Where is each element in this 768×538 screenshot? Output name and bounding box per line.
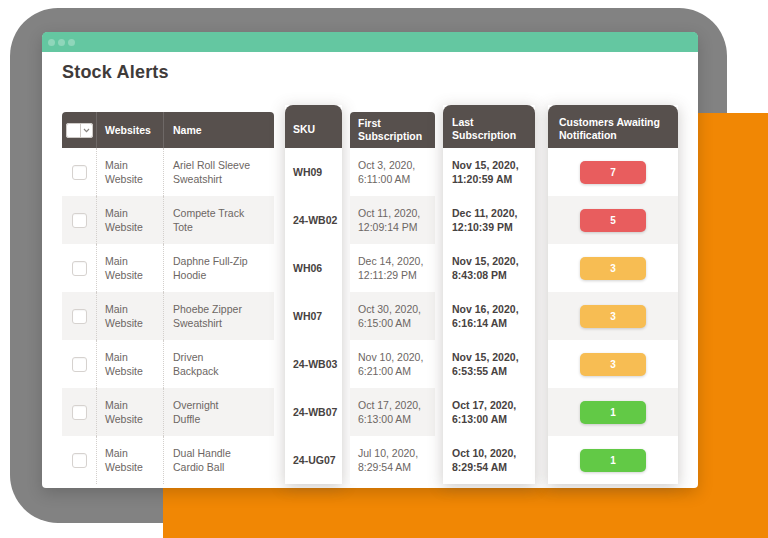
column-header-last-subscription[interactable]: Last Subscription [443, 105, 535, 148]
name-cell: Daphne Full-Zip Hoodie [163, 244, 274, 292]
table-row: Main WebsiteCompete Track Tote [62, 196, 274, 244]
select-all-checkbox[interactable] [66, 123, 93, 138]
row-select-cell [62, 436, 96, 484]
sku-cell: 24-WB07 [285, 388, 342, 436]
grid-header-main: Websites Name [62, 112, 274, 148]
grid-segment-main: Websites Name Main WebsiteAriel Roll Sle… [62, 112, 274, 484]
stock-alerts-grid: Websites Name Main WebsiteAriel Roll Sle… [62, 105, 678, 484]
websites-cell: Main Website [96, 436, 163, 484]
row-checkbox[interactable] [72, 165, 87, 180]
grid-body-main: Main WebsiteAriel Roll Sleeve Sweatshirt… [62, 148, 274, 484]
last-subscription-cell: Nov 15, 2020, 11:20:59 AM [443, 148, 535, 196]
websites-cell: Main Website [96, 244, 163, 292]
name-cell: Ariel Roll Sleeve Sweatshirt [163, 148, 274, 196]
customers-awaiting-cell: 3 [548, 244, 678, 292]
name-cell: Dual Handle Cardio Ball [163, 436, 274, 484]
chevron-down-icon [83, 128, 90, 133]
row-select-cell [62, 292, 96, 340]
table-row: Main WebsitePhoebe Zipper Sweatshirt [62, 292, 274, 340]
column-header-customers-awaiting[interactable]: Customers Awaiting Notification [548, 105, 678, 148]
grid-segment-customers-awaiting: Customers Awaiting Notification 7533311 [548, 105, 678, 484]
screenshot-stage: Stock Alerts Websites [0, 0, 768, 538]
sku-cell: 24-WB02 [285, 196, 342, 244]
websites-cell: Main Website [96, 340, 163, 388]
customers-awaiting-cell: 3 [548, 292, 678, 340]
row-checkbox[interactable] [72, 405, 87, 420]
grid-segment-sku: SKU WH0924-WB02WH06WH0724-WB0324-WB0724-… [285, 105, 342, 484]
grid-segment-last-subscription: Last Subscription Nov 15, 2020, 11:20:59… [443, 105, 535, 484]
sku-cell: 24-WB03 [285, 340, 342, 388]
name-cell: Driven Backpack [163, 340, 274, 388]
window-titlebar [42, 32, 698, 52]
grid-body-sku: WH0924-WB02WH06WH0724-WB0324-WB0724-UG07 [285, 148, 342, 484]
awaiting-count-badge: 7 [580, 161, 646, 184]
window-dot [48, 39, 55, 46]
last-subscription-cell: Dec 11, 2020, 12:10:39 PM [443, 196, 535, 244]
grid-segment-first-subscription: First Subscription Oct 3, 2020, 6:11:00 … [350, 112, 435, 484]
first-subscription-cell: Dec 14, 2020, 12:11:29 PM [350, 244, 435, 292]
grid-body-last-subscription: Nov 15, 2020, 11:20:59 AMDec 11, 2020, 1… [443, 148, 535, 484]
row-checkbox[interactable] [72, 453, 87, 468]
column-header-sku[interactable]: SKU [285, 105, 342, 148]
row-select-cell [62, 388, 96, 436]
select-all-box[interactable] [66, 123, 80, 138]
row-checkbox[interactable] [72, 261, 87, 276]
first-subscription-cell: Oct 3, 2020, 6:11:00 AM [350, 148, 435, 196]
name-cell: Overnight Duffle [163, 388, 274, 436]
name-cell: Compete Track Tote [163, 196, 274, 244]
column-header-name[interactable]: Name [163, 112, 274, 148]
websites-cell: Main Website [96, 292, 163, 340]
awaiting-count-badge: 3 [580, 353, 646, 376]
awaiting-count-badge: 1 [580, 401, 646, 424]
column-header-websites[interactable]: Websites [96, 112, 163, 148]
row-checkbox[interactable] [72, 213, 87, 228]
websites-cell: Main Website [96, 196, 163, 244]
sku-cell: WH07 [285, 292, 342, 340]
table-row: Main WebsiteDaphne Full-Zip Hoodie [62, 244, 274, 292]
awaiting-count-badge: 3 [580, 257, 646, 280]
first-subscription-cell: Oct 17, 2020, 6:13:00 AM [350, 388, 435, 436]
customers-awaiting-cell: 3 [548, 340, 678, 388]
customers-awaiting-cell: 5 [548, 196, 678, 244]
last-subscription-cell: Oct 17, 2020, 6:13:00 AM [443, 388, 535, 436]
browser-window: Stock Alerts Websites [42, 32, 698, 488]
customers-awaiting-cell: 7 [548, 148, 678, 196]
websites-cell: Main Website [96, 148, 163, 196]
sku-cell: WH09 [285, 148, 342, 196]
first-subscription-cell: Jul 10, 2020, 8:29:54 AM [350, 436, 435, 484]
customers-awaiting-cell: 1 [548, 388, 678, 436]
first-subscription-cell: Oct 11, 2020, 12:09:14 PM [350, 196, 435, 244]
customers-awaiting-cell: 1 [548, 436, 678, 484]
row-select-cell [62, 196, 96, 244]
grid-body-first-subscription: Oct 3, 2020, 6:11:00 AMOct 11, 2020, 12:… [350, 148, 435, 484]
table-row: Main WebsiteDriven Backpack [62, 340, 274, 388]
table-row: Main WebsiteAriel Roll Sleeve Sweatshirt [62, 148, 274, 196]
row-select-cell [62, 148, 96, 196]
row-select-cell [62, 244, 96, 292]
window-dot [68, 39, 75, 46]
awaiting-count-badge: 5 [580, 209, 646, 232]
select-all-dropdown[interactable] [80, 123, 93, 138]
awaiting-count-badge: 1 [580, 449, 646, 472]
name-cell: Phoebe Zipper Sweatshirt [163, 292, 274, 340]
first-subscription-cell: Nov 10, 2020, 6:21:00 AM [350, 340, 435, 388]
last-subscription-cell: Oct 10, 2020, 8:29:54 AM [443, 436, 535, 484]
last-subscription-cell: Nov 16, 2020, 6:16:14 AM [443, 292, 535, 340]
select-all-header-cell[interactable] [62, 112, 96, 148]
row-select-cell [62, 340, 96, 388]
window-dot [58, 39, 65, 46]
last-subscription-cell: Nov 15, 2020, 6:53:55 AM [443, 340, 535, 388]
table-row: Main WebsiteOvernight Duffle [62, 388, 274, 436]
first-subscription-cell: Oct 30, 2020, 6:15:00 AM [350, 292, 435, 340]
page-title: Stock Alerts [62, 62, 169, 83]
table-row: Main WebsiteDual Handle Cardio Ball [62, 436, 274, 484]
column-header-first-subscription[interactable]: First Subscription [350, 112, 435, 148]
awaiting-count-badge: 3 [580, 305, 646, 328]
last-subscription-cell: Nov 15, 2020, 8:43:08 PM [443, 244, 535, 292]
sku-cell: 24-UG07 [285, 436, 342, 484]
sku-cell: WH06 [285, 244, 342, 292]
websites-cell: Main Website [96, 388, 163, 436]
row-checkbox[interactable] [72, 357, 87, 372]
grid-body-customers-awaiting: 7533311 [548, 148, 678, 484]
row-checkbox[interactable] [72, 309, 87, 324]
